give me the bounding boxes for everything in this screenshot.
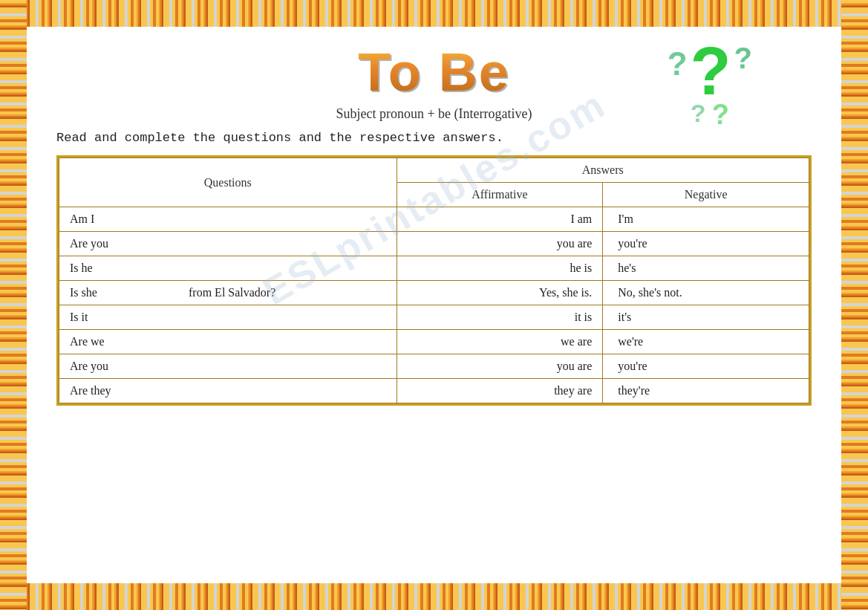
question-extra-text: from El Salvador?	[189, 286, 275, 299]
question-cell: Are you	[59, 354, 397, 379]
instruction: Read and complete the questions and the …	[56, 131, 503, 145]
border-right	[841, 0, 868, 610]
question-cell: Is he	[59, 256, 397, 281]
affirmative-cell: they are	[397, 379, 603, 403]
table-row: Is hehe ishe's	[59, 256, 809, 281]
border-bottom	[0, 583, 868, 610]
border-top	[0, 0, 868, 27]
affirmative-cell: you are	[397, 354, 603, 379]
table-row: Is itit isit's	[59, 305, 809, 330]
border-left	[0, 0, 27, 610]
tiny-qmark-2: ?	[712, 99, 729, 131]
negative-cell: you're	[603, 354, 809, 379]
col-header-questions: Questions	[59, 158, 397, 207]
question-cell: Is shefrom El Salvador?	[59, 281, 397, 305]
page-title: To Be	[358, 42, 510, 103]
col-header-negative: Negative	[603, 183, 809, 207]
affirmative-cell: we are	[397, 330, 603, 354]
tiny-qmark-1: ?	[691, 99, 706, 131]
negative-cell: they're	[603, 379, 809, 403]
table-row: Is shefrom El Salvador?Yes, she is.No, s…	[59, 281, 809, 305]
question-text: Is she	[70, 286, 129, 299]
subtitle: Subject pronoun + be (Interrogative)	[336, 106, 532, 122]
table-row: Am II amI'm	[59, 207, 809, 232]
col-header-answers: Answers	[397, 158, 809, 183]
question-cell: Are we	[59, 330, 397, 354]
table-body: Am II amI'mAre youyou areyou'reIs hehe i…	[59, 207, 809, 403]
table-header-row-1: Questions Answers	[59, 158, 809, 183]
affirmative-cell: it is	[397, 305, 603, 330]
negative-cell: we're	[603, 330, 809, 354]
question-cell: Is it	[59, 305, 397, 330]
table-row: Are youyou areyou're	[59, 232, 809, 256]
table-row: Are youyou areyou're	[59, 354, 809, 379]
title-area: To Be ? ? ? ? ?	[56, 42, 812, 103]
affirmative-cell: you are	[397, 232, 603, 256]
question-cell: Are they	[59, 379, 397, 403]
col-header-affirmative: Affirmative	[397, 183, 603, 207]
main-table-wrapper: Questions Answers Affirmative Negative A…	[56, 155, 812, 406]
table-row: Are theythey arethey're	[59, 379, 809, 403]
affirmative-cell: Yes, she is.	[397, 281, 603, 305]
small-qmark-right: ?	[734, 42, 752, 75]
small-qmark-left: ?	[668, 45, 688, 82]
question-cell: Are you	[59, 232, 397, 256]
question-cell: Am I	[59, 207, 397, 232]
affirmative-cell: he is	[397, 256, 603, 281]
affirmative-cell: I am	[397, 207, 603, 232]
decorative-question-marks: ? ? ? ? ?	[668, 38, 752, 131]
content-area: To Be ? ? ? ? ? Subject pronoun + be (In…	[27, 27, 841, 583]
conjugation-table: Questions Answers Affirmative Negative A…	[59, 158, 809, 403]
negative-cell: I'm	[603, 207, 809, 232]
negative-cell: he's	[603, 256, 809, 281]
big-qmark: ?	[691, 38, 731, 105]
negative-cell: No, she's not.	[603, 281, 809, 305]
negative-cell: it's	[603, 305, 809, 330]
negative-cell: you're	[603, 232, 809, 256]
table-row: Are wewe arewe're	[59, 330, 809, 354]
